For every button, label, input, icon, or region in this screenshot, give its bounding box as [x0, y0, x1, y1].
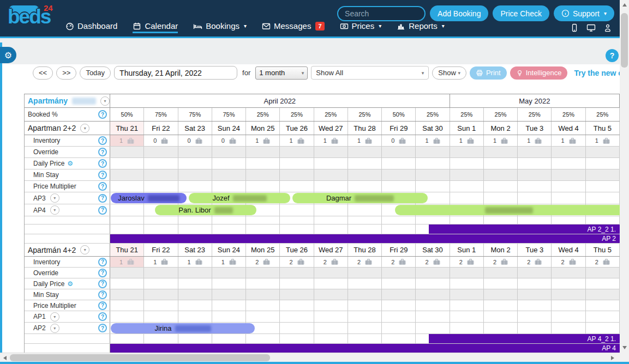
beds24-logo[interactable]: beds 24	[8, 2, 62, 35]
min-stay-cell[interactable]	[348, 289, 382, 300]
daily-price-cell[interactable]	[314, 278, 348, 289]
print-button[interactable]: Print	[470, 66, 507, 80]
day-cell[interactable]	[552, 323, 585, 333]
price-multiplier-cell[interactable]	[416, 181, 450, 192]
day-cell[interactable]	[586, 323, 620, 333]
day-cell[interactable]	[348, 311, 382, 322]
inventory-cell[interactable]: 1	[518, 135, 552, 146]
min-stay-cell[interactable]	[518, 169, 552, 180]
inventory-cell[interactable]: 1	[110, 257, 144, 267]
min-stay-cell[interactable]	[382, 169, 416, 180]
inventory-cell[interactable]: 1	[484, 135, 518, 146]
min-stay-cell[interactable]	[212, 289, 246, 300]
monitor-icon[interactable]	[586, 23, 596, 32]
help-icon[interactable]: ?	[98, 148, 107, 156]
help-icon[interactable]: ?	[98, 136, 107, 145]
inventory-cell[interactable]: 2	[484, 257, 518, 267]
override-cell[interactable]	[314, 147, 348, 157]
intelligence-button[interactable]: Intelligence	[510, 66, 568, 80]
min-stay-cell[interactable]	[450, 169, 484, 180]
min-stay-cell[interactable]	[484, 169, 518, 180]
search-input[interactable]	[337, 6, 426, 21]
day-cell[interactable]	[552, 192, 585, 204]
min-stay-cell[interactable]	[110, 289, 144, 300]
daily-price-cell[interactable]	[484, 278, 518, 289]
help-icon[interactable]: ?	[98, 159, 107, 168]
inventory-cell[interactable]: 0	[212, 135, 246, 146]
horizontal-scrollbar-thumb[interactable]	[10, 354, 270, 361]
overbooking-bar[interactable]: AP 4	[110, 344, 620, 353]
min-stay-cell[interactable]	[450, 289, 484, 300]
day-cell[interactable]	[110, 311, 144, 322]
override-cell[interactable]	[144, 268, 178, 278]
price-multiplier-cell[interactable]	[178, 181, 212, 192]
inventory-cell[interactable]: 2	[348, 257, 382, 267]
booking-bar[interactable]: Jirina	[111, 323, 255, 333]
daily-price-cell[interactable]	[280, 278, 314, 289]
daily-price-cell[interactable]	[348, 158, 382, 169]
daily-price-cell[interactable]	[450, 278, 484, 289]
price-multiplier-cell[interactable]	[586, 181, 620, 192]
inventory-cell[interactable]: 2	[416, 257, 450, 267]
override-cell[interactable]	[382, 147, 416, 157]
daily-price-cell[interactable]	[416, 158, 450, 169]
day-cell[interactable]	[314, 323, 348, 333]
price-multiplier-cell[interactable]	[450, 181, 484, 192]
inventory-cell[interactable]: 1	[110, 135, 144, 146]
chevron-down-icon[interactable]: ▾	[50, 324, 59, 333]
min-stay-cell[interactable]	[212, 169, 246, 180]
override-cell[interactable]	[246, 268, 280, 278]
daily-price-cell[interactable]	[314, 158, 348, 169]
daily-price-cell[interactable]	[586, 158, 620, 169]
day-cell[interactable]	[144, 311, 178, 322]
daily-price-cell[interactable]	[110, 278, 144, 289]
daily-price-cell[interactable]	[348, 278, 382, 289]
override-cell[interactable]	[586, 147, 620, 157]
help-icon[interactable]: ?	[98, 171, 107, 179]
min-stay-cell[interactable]	[416, 289, 450, 300]
booking-bar[interactable]: Dagmar	[292, 193, 428, 203]
price-multiplier-cell[interactable]	[552, 181, 585, 192]
override-cell[interactable]	[110, 147, 144, 157]
price-multiplier-cell[interactable]	[348, 300, 382, 311]
day-cell[interactable]	[382, 323, 416, 333]
day-cell[interactable]	[382, 311, 416, 322]
daily-price-cell[interactable]	[178, 278, 212, 289]
settings-gear-icon[interactable]: ⚙	[0, 47, 16, 63]
min-stay-cell[interactable]	[280, 289, 314, 300]
inventory-cell[interactable]: 2	[552, 257, 585, 267]
mobile-icon[interactable]	[570, 23, 579, 32]
min-stay-cell[interactable]	[246, 289, 280, 300]
day-cell[interactable]	[280, 204, 314, 216]
horizontal-scrollbar[interactable]	[0, 353, 620, 362]
override-cell[interactable]	[518, 147, 552, 157]
day-cell[interactable]	[416, 323, 450, 333]
override-cell[interactable]	[450, 147, 484, 157]
price-multiplier-cell[interactable]	[382, 300, 416, 311]
inventory-cell[interactable]: 2	[314, 257, 348, 267]
price-multiplier-cell[interactable]	[484, 300, 518, 311]
price-multiplier-cell[interactable]	[314, 181, 348, 192]
inventory-cell[interactable]: 2	[246, 257, 280, 267]
price-check-button[interactable]: Price Check	[493, 5, 549, 21]
price-multiplier-cell[interactable]	[552, 300, 585, 311]
add-booking-button[interactable]: Add Booking	[430, 5, 488, 21]
day-cell[interactable]	[246, 311, 280, 322]
day-cell[interactable]	[280, 311, 314, 322]
help-icon[interactable]: ?	[98, 194, 107, 203]
min-stay-cell[interactable]	[416, 169, 450, 180]
price-multiplier-cell[interactable]	[518, 300, 552, 311]
min-stay-cell[interactable]	[382, 289, 416, 300]
nav-item-calendar[interactable]: Calendar	[133, 21, 178, 33]
min-stay-cell[interactable]	[144, 289, 178, 300]
inventory-cell[interactable]: 2	[518, 257, 552, 267]
price-multiplier-cell[interactable]	[280, 300, 314, 311]
day-cell[interactable]	[586, 311, 620, 322]
inventory-cell[interactable]: 1	[348, 135, 382, 146]
price-multiplier-cell[interactable]	[178, 300, 212, 311]
price-multiplier-cell[interactable]	[280, 181, 314, 192]
price-multiplier-cell[interactable]	[586, 300, 620, 311]
min-stay-cell[interactable]	[144, 169, 178, 180]
daily-price-cell[interactable]	[382, 158, 416, 169]
override-cell[interactable]	[212, 268, 246, 278]
